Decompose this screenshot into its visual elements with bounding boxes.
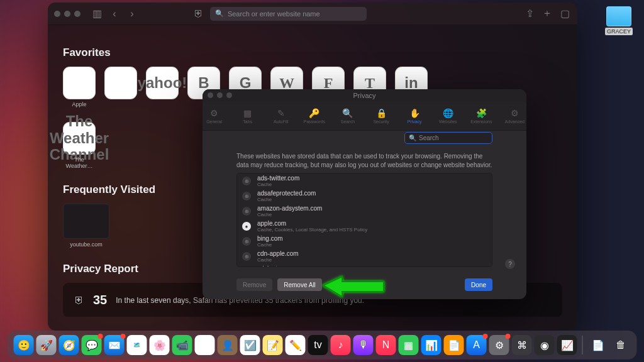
dock-app-mail[interactable]: ✉️	[104, 335, 125, 355]
dock-app-freeform[interactable]: ✏️	[286, 335, 306, 355]
dock-separator	[582, 336, 583, 354]
dock-app-obs[interactable]: ◉	[535, 335, 555, 355]
app-icon: 30	[199, 339, 211, 351]
dock-app-tv[interactable]: tv	[308, 335, 328, 355]
help-button[interactable]: ?	[505, 259, 515, 269]
pref-tab-label: Advanced	[505, 119, 525, 124]
preferences-modal: Privacy ⚙︎General▦Tabs✎AutoFill🔑Password…	[203, 89, 526, 299]
app-icon: ▦	[404, 339, 413, 351]
pref-tab-label: AutoFill	[274, 119, 288, 124]
dock-app-messages[interactable]: 💬	[82, 335, 102, 355]
app-icon: 🗺️	[133, 342, 140, 348]
dock-app-finder[interactable]: 🙂	[14, 335, 34, 355]
dock-app-facetime[interactable]: 📹	[172, 335, 192, 355]
app-icon: ✉️	[108, 339, 121, 351]
pref-tab-icon: 🔒	[376, 108, 387, 118]
dock-app-calendar[interactable]: 30	[195, 335, 215, 355]
dock-app-pages[interactable]: 📄	[444, 335, 464, 355]
sidebar-toggle-icon[interactable]: ▥	[91, 8, 103, 20]
shield-icon[interactable]: ⛨	[192, 8, 205, 20]
favorite-tile[interactable]: yahoo!	[146, 67, 179, 113]
dock-app-keynote[interactable]: 📊	[421, 335, 441, 355]
app-icon: 📈	[561, 339, 574, 351]
website-data-list[interactable]: ⊕ads-twitter.comCache⊕adsafeprotected.co…	[236, 173, 492, 267]
app-icon: 📊	[425, 339, 438, 351]
app-icon: ◉	[540, 339, 549, 351]
website-detail: Cache	[257, 257, 299, 263]
website-row[interactable]: ⊕amazon-adsystem.comCache	[237, 204, 492, 219]
privacy-tracker-count: 35	[93, 293, 107, 307]
dock-app-numbers[interactable]: ▦	[399, 335, 419, 355]
website-detail: Cache	[257, 212, 322, 217]
pref-tab-label: Security	[373, 119, 389, 124]
remove-button[interactable]: Remove	[236, 278, 272, 291]
website-row[interactable]: ⊕ads-twitter.comCache	[237, 173, 492, 189]
dock-icon: 📄	[592, 339, 604, 351]
forward-button[interactable]: ›	[126, 8, 138, 20]
pref-tab-search[interactable]: 🔍Search	[336, 102, 359, 130]
app-icon: ♪	[338, 339, 343, 351]
dock-app-music[interactable]: ♪	[331, 335, 351, 355]
favorite-tile[interactable]: Apple	[63, 67, 96, 113]
window-controls[interactable]	[54, 11, 80, 17]
modal-window-controls[interactable]	[208, 92, 232, 98]
pref-tab-icon: ⚙	[511, 108, 519, 118]
app-icon: A	[473, 339, 480, 351]
address-placeholder: Search or enter website name	[228, 10, 320, 18]
dock-app-activity[interactable]: 📈	[557, 335, 577, 355]
app-icon: 🧭	[63, 339, 75, 351]
website-row[interactable]: ⊕cdn-apple.comCache	[237, 249, 492, 264]
dock-app-settings[interactable]: ⚙︎	[489, 335, 509, 355]
globe-icon: ⊕	[242, 177, 251, 185]
website-detail: Cache	[257, 242, 283, 248]
website-row[interactable]: ⊕bing.comCache	[237, 234, 492, 249]
dock-app-launchpad[interactable]: 🚀	[36, 335, 57, 355]
app-icon: ⌘	[517, 339, 527, 351]
pref-tab-icon: ▦	[243, 108, 252, 118]
dock-app-screenshot[interactable]: ⌘	[512, 335, 532, 355]
remove-all-button[interactable]: Remove All	[277, 278, 322, 291]
dock-app-safari[interactable]: 🧭	[59, 335, 79, 355]
pref-tab-autofill[interactable]: ✎AutoFill	[269, 102, 292, 130]
website-row[interactable]: ⊕adsafeprotected.comCache	[237, 189, 492, 204]
share-icon[interactable]: ⇪	[523, 8, 536, 20]
dock-app-appstore[interactable]: A	[467, 335, 487, 355]
app-icon: 📝	[267, 339, 279, 351]
pref-tab-websites[interactable]: 🌐Websites	[436, 102, 460, 130]
pref-tab-tabs[interactable]: ▦Tabs	[236, 102, 259, 130]
back-button[interactable]: ‹	[108, 8, 121, 20]
website-search-input[interactable]: 🔍 Search	[404, 132, 492, 144]
pref-tab-icon: ⚙︎	[210, 108, 218, 118]
pref-tab-passwords[interactable]: 🔑Passwords	[303, 102, 326, 130]
pref-tab-general[interactable]: ⚙︎General	[203, 102, 226, 130]
frequent-item[interactable]: youtube.com	[63, 204, 109, 248]
pref-tab-security[interactable]: 🔒Security	[370, 102, 393, 130]
desktop-folder-label: GRACEY	[605, 28, 633, 35]
dock-document[interactable]: 📄	[588, 335, 608, 355]
favorite-tile[interactable]: The Weather ChannelThe Weather…	[63, 122, 96, 168]
dock-app-photos[interactable]: 🌸	[150, 335, 170, 355]
safari-toolbar: ▥ ‹ › ⛨ 🔍 Search or enter website name ⇪…	[48, 3, 577, 25]
website-row[interactable]: ●apple.comCache, Cookies, Local Storage,…	[237, 219, 492, 234]
new-tab-button[interactable]: ＋	[541, 8, 553, 20]
app-icon: 📄	[448, 339, 460, 351]
dock-app-notes[interactable]: 📝	[263, 335, 283, 355]
dock-app-podcasts[interactable]: 🎙	[353, 335, 374, 355]
pref-tab-privacy[interactable]: ✋Privacy	[403, 102, 426, 130]
dock-app-maps[interactable]: 🗺️	[127, 335, 147, 355]
dock-app-reminders[interactable]: ☑️	[240, 335, 260, 355]
address-bar[interactable]: 🔍 Search or enter website name	[210, 7, 367, 21]
website-domain: amazon-adsystem.com	[257, 205, 322, 212]
dock-trash[interactable]: 🗑	[611, 335, 631, 355]
dock-app-contacts[interactable]: 👤	[218, 335, 238, 355]
website-row[interactable]: ⊕cdninstagram.comCache	[237, 264, 492, 267]
pref-tab-advanced[interactable]: ⚙Advanced	[503, 102, 526, 130]
favorites-heading: Favorites	[63, 47, 562, 59]
privacy-description: These websites have stored data that can…	[236, 152, 492, 169]
favorite-tile[interactable]	[104, 67, 137, 113]
dock-app-news[interactable]: N	[376, 335, 396, 355]
done-button[interactable]: Done	[465, 278, 492, 291]
pref-tab-extensions[interactable]: 🧩Extensions	[470, 102, 493, 130]
tabs-icon[interactable]: ▢	[558, 8, 571, 20]
desktop-folder[interactable]: GRACEY	[604, 6, 634, 35]
